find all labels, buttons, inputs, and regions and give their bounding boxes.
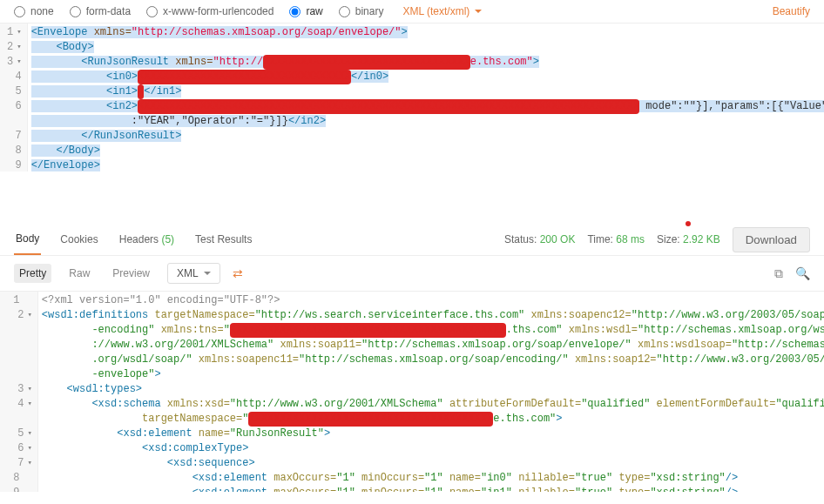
chevron-down-icon [475, 10, 482, 13]
raw-language-dropdown[interactable]: XML (text/xml) [402, 5, 482, 17]
body-type-form-data[interactable]: form-data [70, 5, 131, 17]
view-preview[interactable]: Preview [107, 264, 155, 283]
tab-test-results[interactable]: Test Results [193, 225, 253, 254]
response-tabs: Body Cookies Headers (5) Test Results St… [0, 224, 824, 256]
response-status: Status: 200 OK Time: 68 ms Size: 2.92 KB… [504, 227, 810, 252]
response-view-selector: Pretty Raw Preview XML ⇄ ⧉ 🔍 [0, 256, 824, 292]
body-type-urlencoded[interactable]: x-www-form-urlencoded [146, 5, 274, 17]
tab-body[interactable]: Body [14, 224, 41, 255]
search-icon[interactable]: 🔍 [795, 266, 810, 281]
wrap-lines-icon[interactable]: ⇄ [233, 266, 243, 280]
tab-cookies[interactable]: Cookies [58, 225, 99, 254]
body-type-binary[interactable]: binary [339, 5, 384, 17]
response-code: <?xml version="1.0" encoding="UTF-8"?> <… [38, 292, 824, 492]
download-button[interactable]: Download [733, 227, 810, 252]
response-format-dropdown[interactable]: XML [167, 263, 220, 284]
tab-headers[interactable]: Headers (5) [118, 225, 176, 254]
line-gutter: 1 ▾ 2 ▾ 3 ▾ 4 5 6 7 8 9 [0, 24, 28, 171]
view-pretty[interactable]: Pretty [14, 264, 51, 283]
view-raw[interactable]: Raw [64, 264, 95, 283]
request-body-editor[interactable]: 1 ▾ 2 ▾ 3 ▾ 4 5 6 7 8 9 <Envelope xmlns=… [0, 24, 824, 171]
copy-icon[interactable]: ⧉ [774, 266, 783, 281]
beautify-button[interactable]: Beautify [773, 5, 810, 17]
request-code[interactable]: <Envelope xmlns="http://schemas.xmlsoap.… [28, 24, 824, 171]
body-type-none[interactable]: none [14, 5, 54, 17]
body-type-selector: none form-data x-www-form-urlencoded raw… [0, 0, 824, 24]
body-type-raw[interactable]: raw [289, 5, 322, 17]
resp-gutter: 1 2 ▾ 3 ▾ 4 ▾ 5 ▾ 6 ▾ 7 ▾ 8 9 10 11 [0, 292, 38, 492]
chevron-down-icon [204, 272, 211, 275]
response-body-viewer[interactable]: 1 2 ▾ 3 ▾ 4 ▾ 5 ▾ 6 ▾ 7 ▾ 8 9 10 11 <?xm… [0, 292, 824, 492]
